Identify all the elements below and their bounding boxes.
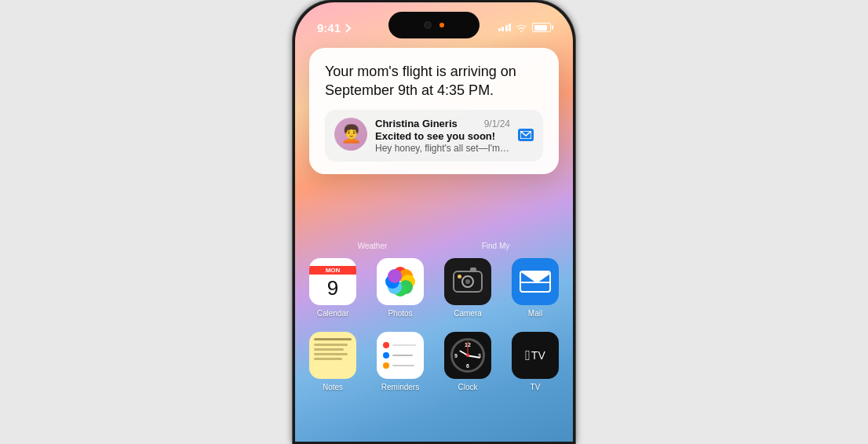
message-preview: Hey honey, flight's all set—I'm takin...: [375, 143, 510, 154]
camera-icon: [444, 258, 491, 305]
clock-icon: 12 3 6 9: [444, 332, 491, 379]
message-date: 9/1/24: [484, 118, 510, 129]
apple-logo: : [525, 348, 531, 364]
message-header: Christina Gineris 9/1/24: [375, 118, 510, 129]
dynamic-island: [388, 12, 480, 38]
notes-label: Notes: [323, 383, 343, 391]
message-subject: Excited to see you soon!: [375, 130, 510, 142]
phone-container: 9:41: [285, 0, 583, 444]
app-row-1: MON 9 Calendar: [306, 258, 562, 318]
findmy-widget-label: Find My: [469, 242, 523, 250]
app-row-2: Notes: [306, 332, 562, 391]
reminders-label: Reminders: [381, 383, 419, 391]
photos-flower: [383, 264, 418, 299]
avatar: 🧑‍🦱: [334, 118, 367, 151]
calendar-icon: MON 9: [309, 258, 356, 305]
app-item-camera[interactable]: Camera: [441, 258, 494, 318]
photos-label: Photos: [388, 309, 412, 318]
app-item-notes[interactable]: Notes: [306, 332, 359, 391]
clock-label: Clock: [458, 383, 477, 391]
app-grid: MON 9 Calendar: [295, 258, 573, 406]
widget-labels: Weather Find My: [295, 242, 573, 250]
contact-name: Christina Gineris: [375, 118, 458, 129]
notes-icon: [309, 332, 356, 379]
time-display: 9:41: [317, 21, 341, 35]
phone-frame: 9:41: [293, 0, 575, 444]
location-icon: [342, 24, 351, 32]
mail-icon-badge: [518, 129, 534, 141]
app-item-calendar[interactable]: MON 9 Calendar: [306, 258, 359, 318]
battery-icon: [532, 23, 551, 32]
signal-icon: [498, 24, 512, 31]
app-item-tv[interactable]:  TV TV: [509, 332, 562, 391]
island-camera: [424, 21, 432, 29]
tv-icon:  TV: [512, 332, 559, 379]
weather-widget-label: Weather: [345, 242, 400, 250]
tv-label: TV: [531, 383, 541, 391]
calendar-date: 9: [327, 278, 338, 298]
calendar-day: MON: [309, 266, 356, 275]
photos-icon: [377, 258, 424, 305]
island-dot: [439, 23, 444, 27]
status-time: 9:41: [317, 21, 351, 35]
notification-card[interactable]: Your mom's flight is arriving on Septemb…: [309, 48, 559, 174]
calendar-label: Calendar: [317, 309, 349, 318]
wifi-icon: [516, 23, 527, 32]
mail-label: Mail: [528, 309, 542, 318]
message-content: Christina Gineris 9/1/24 Excited to see …: [375, 118, 510, 154]
app-item-mail[interactable]: Mail: [509, 258, 562, 318]
mail-app-icon: [512, 258, 559, 305]
camera-label: Camera: [454, 309, 482, 318]
notification-main-text: Your mom's flight is arriving on Septemb…: [325, 62, 543, 100]
app-item-photos[interactable]: Photos: [374, 258, 427, 318]
notification-message[interactable]: 🧑‍🦱 Christina Gineris 9/1/24 Excited to …: [325, 110, 543, 162]
app-item-clock[interactable]: 12 3 6 9 Clock: [441, 332, 494, 391]
phone-screen: 9:41: [295, 2, 573, 442]
app-item-reminders[interactable]: Reminders: [374, 332, 427, 391]
reminders-icon: [377, 332, 424, 379]
status-icons: [498, 23, 552, 32]
tv-text: TV: [531, 349, 545, 362]
